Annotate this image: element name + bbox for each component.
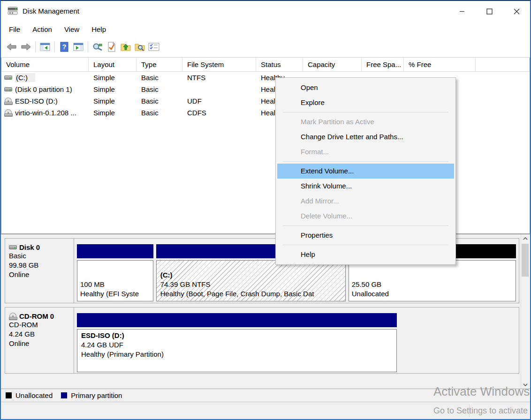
menu-item-delete-volume: Delete Volume... <box>277 209 454 224</box>
help-button[interactable]: ? <box>57 40 71 54</box>
action-pane-button[interactable] <box>71 40 85 54</box>
folder-search-button[interactable] <box>133 40 147 54</box>
disk-size: 99.98 GB <box>9 261 70 270</box>
file-system-value: UDF <box>182 97 256 105</box>
help-icon: ? <box>60 42 68 52</box>
disk-management-window: Disk Management File Action View Help <box>0 0 531 420</box>
primary-partition-bar <box>77 244 153 258</box>
layout-value: Simple <box>89 85 137 93</box>
column-header-free-space[interactable]: Free Spa... <box>362 58 404 72</box>
activate-windows-watermark: Activate Windows <box>433 384 530 399</box>
layout-value: Simple <box>89 97 137 105</box>
menu-view[interactable]: View <box>58 23 85 35</box>
type-value: Basic <box>137 97 182 105</box>
hard-disk-icon <box>4 87 12 91</box>
disk-type: Basic <box>9 251 70 261</box>
layout-value: Simple <box>89 109 137 117</box>
toolbar: ? <box>1 37 530 58</box>
cd-rom-0-info[interactable]: CD-ROM 0 CD-ROM 4.24 GB Online <box>5 308 74 373</box>
disk-size: 4.24 GB <box>9 330 70 339</box>
partition-status: Healthy (Boot, Page File, Crash Dump, Ba… <box>160 289 345 299</box>
legend-label-primary: Primary partition <box>71 391 122 399</box>
folder-search-icon <box>135 42 145 52</box>
primary-partition-swatch <box>61 392 67 398</box>
partition-efi[interactable]: 100 MB Healthy (EFI Syste <box>77 244 153 301</box>
task-list-button[interactable] <box>147 40 161 54</box>
disk-drive-app-icon <box>7 6 19 16</box>
column-header-layout[interactable]: Layout <box>89 58 137 72</box>
title-bar[interactable]: Disk Management <box>1 1 530 22</box>
check-disk-button[interactable] <box>105 40 119 54</box>
partition-status: Healthy (Primary Partition) <box>81 350 396 359</box>
chevron-up-icon <box>523 237 528 240</box>
toolbar-separator <box>54 41 55 52</box>
forward-button[interactable] <box>19 40 33 54</box>
menu-file[interactable]: File <box>3 23 26 35</box>
file-system-value: NTFS <box>182 74 256 82</box>
window-title: Disk Management <box>23 7 79 15</box>
menu-action[interactable]: Action <box>26 23 58 35</box>
menu-separator <box>283 112 448 112</box>
column-header-percent-free[interactable]: % Free <box>404 58 476 72</box>
type-value: Basic <box>137 85 182 93</box>
partition-label: ESD-ISO (D:) <box>81 331 396 340</box>
menu-item-extend-volume[interactable]: Extend Volume... <box>277 164 454 179</box>
scrollbar-thumb[interactable] <box>522 244 529 277</box>
volume-name: (Disk 0 partition 1) <box>15 85 72 93</box>
column-header-status[interactable]: Status <box>256 58 303 72</box>
menu-separator <box>283 225 448 226</box>
minimize-button[interactable] <box>448 1 476 22</box>
maximize-icon <box>486 8 493 15</box>
disk-0-info[interactable]: Disk 0 Basic 99.98 GB Online <box>5 239 74 303</box>
hard-disk-icon <box>9 245 17 249</box>
scroll-up-button[interactable] <box>521 234 529 242</box>
menu-separator <box>283 245 448 245</box>
close-button[interactable] <box>503 1 530 22</box>
menu-item-help[interactable]: Help <box>277 247 454 262</box>
partition-size: 74.39 GB NTFS <box>160 280 345 289</box>
rescan-magnifier-icon <box>92 42 103 52</box>
vertical-scrollbar[interactable] <box>521 234 529 389</box>
disk-status: Online <box>9 270 70 279</box>
volume-context-menu: Open Explore Mark Partition as Active Ch… <box>275 77 456 265</box>
type-value: Basic <box>137 74 182 82</box>
disk-name: CD-ROM 0 <box>19 312 54 320</box>
type-value: Basic <box>137 109 182 117</box>
file-system-value: CDFS <box>182 109 256 117</box>
console-tree-button[interactable] <box>38 40 52 54</box>
primary-partition-bar <box>77 313 397 327</box>
folder-up-button[interactable] <box>119 40 133 54</box>
close-icon <box>514 8 520 15</box>
menu-item-explore[interactable]: Explore <box>277 95 454 110</box>
column-header-blank <box>476 58 530 72</box>
menu-item-change-drive-letter[interactable]: Change Drive Letter and Paths... <box>277 129 454 144</box>
menu-item-properties[interactable]: Properties <box>277 228 454 243</box>
back-button[interactable] <box>5 40 19 54</box>
column-header-file-system[interactable]: File System <box>182 58 256 72</box>
back-icon <box>6 42 17 52</box>
menu-item-open[interactable]: Open <box>277 80 454 95</box>
rescan-button[interactable] <box>91 40 105 54</box>
menu-item-format: Format... <box>277 144 454 159</box>
maximize-button[interactable] <box>476 1 503 22</box>
document-check-icon <box>107 42 116 52</box>
partition-label: (C:) <box>160 270 345 280</box>
column-header-volume[interactable]: Volume <box>1 58 89 72</box>
menu-separator <box>283 161 448 162</box>
toolbar-separator <box>35 41 36 52</box>
minimize-icon <box>459 8 465 14</box>
layout-value: Simple <box>89 74 137 82</box>
cd-rom-icon <box>4 98 12 105</box>
cd-rom-icon <box>9 313 17 320</box>
volume-name: virtio-win-0.1.208 ... <box>15 109 76 117</box>
menu-item-mark-partition-active: Mark Partition as Active <box>277 114 454 129</box>
partition-d[interactable]: ESD-ISO (D:) 4.24 GB UDF Healthy (Primar… <box>77 313 397 372</box>
disk-status: Online <box>9 339 70 348</box>
volume-name: ESD-ISO (D:) <box>15 97 58 105</box>
column-header-type[interactable]: Type <box>137 58 182 72</box>
menu-item-shrink-volume[interactable]: Shrink Volume... <box>277 179 454 194</box>
column-header-capacity[interactable]: Capacity <box>303 58 362 72</box>
menu-help[interactable]: Help <box>85 23 112 35</box>
legend-label-unallocated: Unallocated <box>15 391 53 399</box>
unallocated-swatch <box>6 392 12 398</box>
